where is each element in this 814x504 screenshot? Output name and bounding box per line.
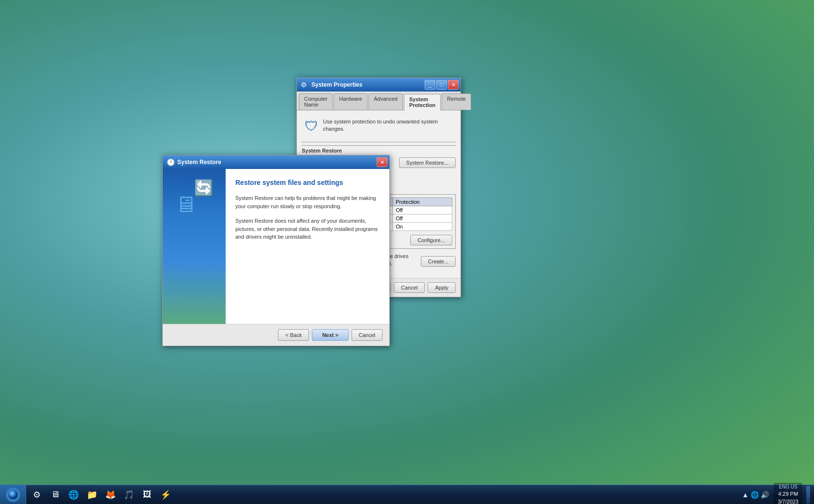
section-divider-1 [302, 142, 456, 142]
clock-time: 4:29 PM [778, 490, 799, 498]
close-button[interactable]: ✕ [448, 80, 459, 90]
protection-2: Off [393, 214, 452, 222]
window-controls: _ □ ✕ [425, 80, 459, 90]
tab-remote[interactable]: Remote [442, 93, 471, 110]
minimize-button[interactable]: _ [425, 80, 435, 90]
taskbar-clock[interactable]: ENG US 4:29 PM 3/7/2023 [774, 483, 802, 504]
system-restore-icon: 🕐 [167, 158, 174, 166]
tab-system-protection[interactable]: System Protection [404, 94, 441, 110]
apply-button[interactable]: Apply [428, 282, 456, 293]
system-restore-button[interactable]: System Restore... [399, 157, 456, 168]
taskbar-right-area: ▲ 🌐 🔊 ENG US 4:29 PM 3/7/2023 [735, 485, 814, 504]
system-restore-titlebar[interactable]: 🕐 System Restore ✕ [163, 155, 389, 169]
tab-computer-name[interactable]: Computer Name [299, 93, 333, 110]
col-protection: Protection [393, 198, 452, 206]
system-restore-label: System Restore [302, 145, 456, 153]
next-button[interactable]: Next > [312, 329, 348, 341]
system-protection-header-text: Use system protection to undo unwanted s… [323, 118, 453, 133]
system-restore-title: System Restore [177, 159, 377, 166]
create-button[interactable]: Create... [421, 256, 456, 267]
restore-page-title: Restore system files and settings [235, 179, 380, 186]
system-protection-header-icon: 🛡 [305, 118, 318, 134]
taskbar-icon-browser[interactable]: 🌐 [65, 486, 82, 504]
systray-chevron[interactable]: ▲ [742, 491, 749, 499]
taskbar: ⚙ 🖥 🌐 📁 🦊 🎵 🖼 ⚡ ▲ 🌐 🔊 ENG US 4:29 PM 3/7… [0, 485, 814, 504]
show-desktop-button[interactable] [806, 486, 810, 504]
tab-advanced[interactable]: Advanced [369, 93, 403, 110]
taskbar-icon-settings[interactable]: ⚙ [28, 486, 46, 504]
protection-3: On [393, 222, 452, 230]
clock-restore-icon: 🔄 [194, 179, 214, 197]
taskbar-icon-image[interactable]: 🖼 [138, 486, 156, 504]
restore-left-panel: 🖥 🔄 [163, 169, 226, 324]
taskbar-icon-media[interactable]: 🎵 [120, 486, 138, 504]
system-tray: ▲ 🌐 🔊 [739, 491, 772, 499]
clock-date: 3/7/2023 [778, 498, 799, 504]
system-properties-titlebar[interactable]: ⚙ System Properties _ □ ✕ [297, 78, 461, 92]
taskbar-icon-computer[interactable]: 🖥 [46, 486, 64, 504]
tab-bar: Computer Name Hardware Advanced System P… [297, 92, 461, 110]
restore-icon-container: 🖥 🔄 [175, 179, 214, 217]
desktop: ⚙ System Properties _ □ ✕ Computer Name … [0, 0, 814, 504]
svg-point-0 [8, 490, 18, 500]
system-properties-title: System Properties [311, 81, 425, 88]
back-button[interactable]: < Back [278, 329, 309, 341]
systray-network[interactable]: 🌐 [751, 491, 759, 499]
system-protection-header: 🛡 Use system protection to undo unwanted… [302, 115, 456, 137]
restore-paragraph-1: System Restore can help fix problems tha… [235, 194, 380, 210]
protection-1: Off [393, 206, 452, 214]
clock-language: ENG US [778, 484, 799, 490]
tab-hardware[interactable]: Hardware [334, 93, 368, 110]
system-properties-icon: ⚙ [301, 81, 308, 89]
windows-orb [6, 488, 20, 502]
taskbar-pinned-icons: ⚙ 🖥 🌐 📁 🦊 🎵 🖼 ⚡ [26, 485, 176, 504]
taskbar-icon-explorer[interactable]: 📁 [83, 486, 101, 504]
restore-window-controls: ✕ [377, 157, 387, 167]
start-button[interactable] [0, 485, 26, 504]
taskbar-icon-app[interactable]: ⚡ [157, 486, 174, 504]
cancel-button-restore[interactable]: Cancel [352, 329, 383, 341]
cancel-button-props[interactable]: Cancel [394, 282, 425, 293]
systray-volume[interactable]: 🔊 [761, 491, 769, 499]
configure-button[interactable]: Configure... [410, 235, 452, 245]
maximize-button[interactable]: □ [436, 80, 447, 90]
restore-footer: < Back Next > Cancel [163, 324, 389, 346]
taskbar-icon-firefox[interactable]: 🦊 [102, 486, 119, 504]
restore-right-panel: Restore system files and settings System… [226, 169, 389, 324]
restore-paragraph-2: System Restore does not affect any of yo… [235, 217, 380, 241]
system-restore-dialog: 🕐 System Restore ✕ 🖥 🔄 Restore system fi… [162, 155, 390, 346]
restore-body: 🖥 🔄 Restore system files and settings Sy… [163, 169, 389, 324]
restore-close-button[interactable]: ✕ [377, 157, 387, 167]
